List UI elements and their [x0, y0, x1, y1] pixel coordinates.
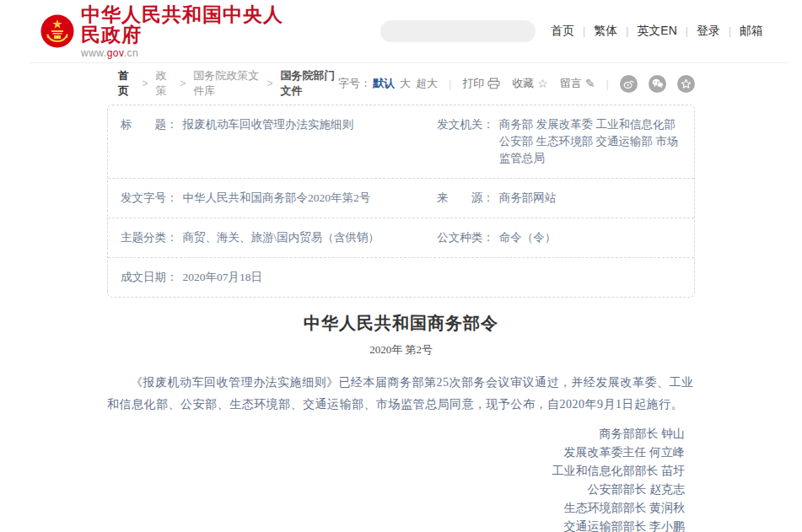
nav-english[interactable]: 英文EN — [637, 24, 676, 39]
meta-topic-cell: 主题分类： 商贸、海关、旅游\国内贸易（含供销） — [108, 218, 424, 257]
national-emblem-icon — [40, 14, 74, 48]
signature-line: 工业和信息化部部长 苗圩 — [107, 462, 685, 481]
meta-value: 商务部网站 — [499, 190, 684, 207]
site-title-block: 中华人民共和国中央人民政府 www.gov.cn — [81, 4, 291, 59]
nav-divider: | — [626, 25, 628, 37]
signature-line: 公安部部长 赵克志 — [107, 481, 685, 499]
printer-icon — [487, 78, 500, 89]
star-icon: ☆ — [537, 77, 548, 90]
meta-source-cell: 来 源： 商务部网站 — [424, 179, 694, 218]
nav-divider: | — [729, 25, 731, 37]
table-row: 主题分类： 商贸、海关、旅游\国内贸易（含供销） 公文种类： 命令（令） — [108, 218, 694, 258]
breadcrumb-policy-library[interactable]: 国务院政策文件库 — [193, 68, 259, 99]
breadcrumb-policy[interactable]: 政策 — [156, 68, 173, 99]
share-icons — [620, 75, 695, 93]
signature-line: 发展改革委主任 何立峰 — [107, 443, 685, 462]
table-row: 标 题： 报废机动车回收管理办法实施细则 发文机关： 商务部 发展改革委 工业和… — [108, 105, 694, 179]
signature-line: 生态环境部部长 黄润秋 — [107, 499, 685, 518]
meta-label: 标 题： — [121, 116, 178, 167]
meta-label: 公文种类： — [437, 229, 494, 246]
meta-value: 2020年07月18日 — [183, 269, 415, 286]
toolbar-divider: | — [449, 78, 451, 90]
breadcrumb-home[interactable]: 首页 — [118, 68, 135, 99]
table-row: 发文字号： 中华人民共和国商务部令2020年第2号 来 源： 商务部网站 — [108, 179, 694, 218]
search-input[interactable] — [369, 20, 528, 42]
meta-title-cell: 标 题： 报废机动车回收管理办法实施细则 — [108, 105, 424, 178]
weibo-icon — [623, 78, 634, 89]
search-box[interactable] — [380, 20, 536, 42]
meta-value: 商贸、海关、旅游\国内贸易（含供销） — [183, 229, 415, 246]
header-divider — [30, 62, 789, 63]
fontsize-group: 字号： 默认 大 超大 — [338, 76, 438, 91]
document-body: 中华人民共和国商务部令 2020年 第2号 《报废机动车回收管理办法实施细则》已… — [107, 312, 695, 532]
meta-doc-type-cell: 公文种类： 命令（令） — [424, 218, 694, 257]
meta-date-cell: 成文日期： 2020年07月18日 — [108, 258, 424, 297]
document-title: 中华人民共和国商务部令 — [107, 312, 695, 335]
print-button[interactable]: 打印 — [462, 76, 500, 91]
document-meta-table: 标 题： 报废机动车回收管理办法实施细则 发文机关： 商务部 发展改革委 工业和… — [107, 105, 695, 298]
meta-value: 中华人民共和国商务部令2020年第2号 — [183, 190, 415, 207]
signature-block: 商务部部长 钟山 发展改革委主任 何立峰 工业和信息化部部长 苗圩 公安部部长 … — [107, 425, 695, 532]
site-header: 中华人民共和国中央人民政府 www.gov.cn 首页 | 繁体 | 英文EN … — [0, 0, 802, 62]
share-favorite-button[interactable] — [677, 75, 695, 93]
breadcrumb: 首页 > 政策 > 国务院政策文件库 > 国务院部门文件 — [107, 68, 338, 99]
meta-label: 发文字号： — [121, 190, 178, 207]
meta-doc-number-cell: 发文字号： 中华人民共和国商务部令2020年第2号 — [108, 179, 424, 218]
meta-value: 商务部 发展改革委 工业和信息化部 公安部 生态环境部 交通运输部 市场监管总局 — [499, 116, 684, 167]
fontsize-xlarge[interactable]: 超大 — [416, 76, 438, 91]
nav-login[interactable]: 登录 — [697, 24, 720, 39]
nav-divider: | — [583, 25, 585, 37]
meta-label: 来 源： — [437, 190, 494, 207]
signature-line: 商务部部长 钟山 — [107, 425, 685, 443]
fontsize-label: 字号： — [338, 76, 371, 91]
favorite-button[interactable]: 收藏 ☆ — [512, 76, 548, 91]
toolbar: 首页 > 政策 > 国务院政策文件库 > 国务院部门文件 字号： 默认 大 超大… — [107, 75, 695, 92]
nav-mail[interactable]: 邮箱 — [740, 24, 763, 39]
breadcrumb-separator: > — [143, 78, 148, 89]
top-nav: 首页 | 繁体 | 英文EN | 登录 | 邮箱 — [551, 24, 763, 39]
breadcrumb-separator: > — [266, 78, 272, 89]
share-weibo-button[interactable] — [620, 75, 638, 93]
fontsize-large[interactable]: 大 — [400, 76, 411, 91]
circle-star-icon — [681, 78, 692, 89]
document-actions: 打印 收藏 ☆ 留言 ✎ — [462, 76, 595, 91]
breadcrumb-dept-documents[interactable]: 国务院部门文件 — [280, 68, 337, 99]
meta-value: 报废机动车回收管理办法实施细则 — [183, 116, 415, 167]
meta-label: 主题分类： — [121, 229, 178, 246]
nav-divider: | — [686, 25, 688, 37]
wechat-icon — [652, 78, 664, 89]
share-wechat-button[interactable] — [649, 75, 666, 93]
meta-label: 成文日期： — [121, 269, 178, 286]
document-paragraph: 《报废机动车回收管理办法实施细则》已经本届商务部第25次部务会议审议通过，并经发… — [107, 372, 695, 416]
fontsize-default[interactable]: 默认 — [373, 76, 395, 91]
pencil-icon: ✎ — [585, 77, 595, 90]
site-title: 中华人民共和国中央人民政府 — [81, 4, 291, 45]
document-issue-number: 2020年 第2号 — [107, 342, 695, 357]
nav-home[interactable]: 首页 — [551, 24, 574, 39]
signature-line: 交通运输部部长 李小鹏 — [107, 518, 685, 532]
content-column: 首页 > 政策 > 国务院政策文件库 > 国务院部门文件 字号： 默认 大 超大… — [107, 75, 695, 532]
comment-button[interactable]: 留言 ✎ — [560, 76, 595, 91]
toolbar-divider: | — [606, 78, 609, 90]
site-logo[interactable]: 中华人民共和国中央人民政府 www.gov.cn — [40, 4, 291, 59]
nav-traditional[interactable]: 繁体 — [594, 24, 617, 39]
meta-issuing-agency-cell: 发文机关： 商务部 发展改革委 工业和信息化部 公安部 生态环境部 交通运输部 … — [424, 105, 694, 178]
site-url: www.gov.cn — [81, 47, 291, 59]
breadcrumb-separator: > — [180, 78, 186, 89]
meta-label: 发文机关： — [437, 116, 494, 167]
table-row: 成文日期： 2020年07月18日 — [108, 258, 694, 297]
meta-value: 命令（令） — [499, 229, 684, 246]
